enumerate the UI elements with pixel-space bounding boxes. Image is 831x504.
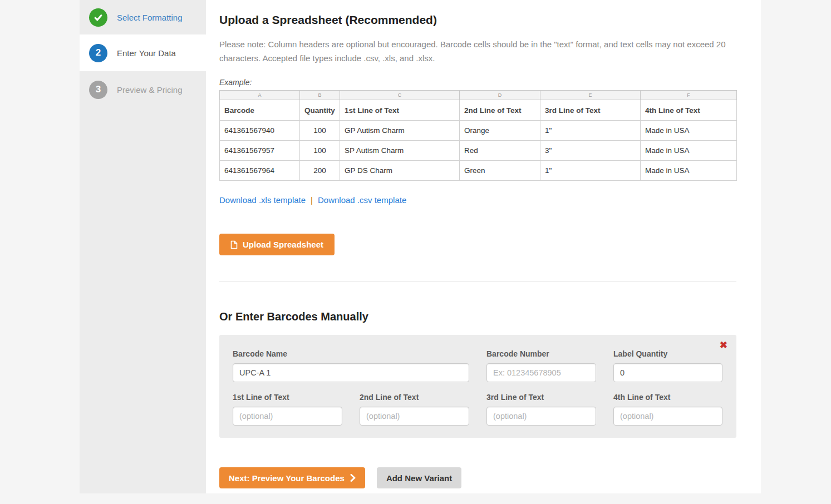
table-cell: GP Autism Charm	[340, 121, 460, 141]
label-quantity-label: Label Quantity	[613, 349, 722, 358]
column-letter-cell: C	[340, 91, 460, 100]
column-header-cell: 4th Line of Text	[641, 100, 737, 121]
sidebar-step-select-formatting[interactable]: Select Formatting	[80, 0, 206, 34]
upload-button-label: Upload Spreadsheet	[243, 240, 323, 249]
step-number-badge: 2	[89, 44, 107, 62]
main-content: Upload a Spreadsheet (Recommended) Pleas…	[206, 0, 761, 493]
section-divider	[219, 281, 736, 281]
column-header-cell: 1st Line of Text	[340, 100, 460, 121]
barcode-number-input[interactable]	[486, 363, 596, 382]
line2-input[interactable]	[360, 407, 469, 426]
example-spreadsheet-table: ABCDEFBarcodeQuantity1st Line of Text2nd…	[219, 90, 737, 181]
column-header-cell: 3rd Line of Text	[540, 100, 641, 121]
table-row: 641361567957100SP Autism CharmRed3"Made …	[220, 141, 737, 161]
upload-spreadsheet-button[interactable]: Upload Spreadsheet	[219, 234, 335, 255]
table-cell: 200	[300, 161, 340, 181]
barcode-name-input[interactable]	[233, 363, 469, 382]
table-cell: 641361567940	[220, 121, 300, 141]
line2-field-group: 2nd Line of Text	[360, 393, 469, 426]
line4-label: 4th Line of Text	[613, 393, 722, 402]
column-letter-cell: F	[641, 91, 737, 100]
wizard-panel: Select Formatting 2 Enter Your Data 3 Pr…	[80, 0, 760, 493]
table-letters-row: ABCDEF	[220, 91, 737, 100]
table-cell: 100	[300, 141, 340, 161]
step-label: Enter Your Data	[117, 48, 176, 58]
barcode-number-label: Barcode Number	[486, 349, 596, 358]
add-variant-label: Add New Variant	[386, 473, 452, 483]
table-cell: Made in USA	[641, 141, 737, 161]
table-cell: 100	[300, 121, 340, 141]
table-cell: 641361567957	[220, 141, 300, 161]
steps-sidebar: Select Formatting 2 Enter Your Data 3 Pr…	[80, 0, 206, 493]
sidebar-step-preview-pricing[interactable]: 3 Preview & Pricing	[80, 71, 206, 108]
column-letter-cell: A	[220, 91, 300, 100]
x-close-icon[interactable]: ✖	[720, 340, 727, 350]
table-cell: 641361567964	[220, 161, 300, 181]
upload-note-text: Please note: Column headers are optional…	[219, 37, 737, 65]
page-title: Upload a Spreadsheet (Recommended)	[219, 13, 737, 27]
check-icon	[89, 8, 107, 27]
table-cell: Orange	[460, 121, 540, 141]
table-cell: Made in USA	[641, 161, 737, 181]
line3-input[interactable]	[486, 407, 596, 426]
link-separator: |	[311, 195, 313, 205]
line3-field-group: 3rd Line of Text	[486, 393, 596, 426]
download-csv-link[interactable]: Download .csv template	[318, 195, 406, 205]
chevron-right-icon	[350, 474, 356, 482]
variant-form-panel: ✖ Barcode Name Barcode Number Label Quan…	[219, 335, 736, 438]
table-cell: 3"	[540, 141, 641, 161]
column-header-cell: Quantity	[300, 100, 340, 121]
table-cell: Green	[460, 161, 540, 181]
step-label: Preview & Pricing	[117, 85, 183, 95]
table-cell: Made in USA	[641, 121, 737, 141]
table-headers-row: BarcodeQuantity1st Line of Text2nd Line …	[220, 100, 737, 121]
add-new-variant-button[interactable]: Add New Variant	[377, 467, 461, 488]
example-label: Example:	[219, 78, 737, 87]
template-download-links: Download .xls template|Download .csv tem…	[219, 195, 737, 205]
download-xls-link[interactable]: Download .xls template	[219, 195, 306, 205]
line4-input[interactable]	[613, 407, 722, 426]
column-letter-cell: E	[540, 91, 641, 100]
column-letter-cell: D	[460, 91, 540, 100]
sidebar-step-enter-your-data[interactable]: 2 Enter Your Data	[80, 34, 206, 71]
column-letter-cell: B	[300, 91, 340, 100]
table-row: 641361567940100GP Autism CharmOrange1"Ma…	[220, 121, 737, 141]
table-cell: 1"	[540, 161, 641, 181]
label-quantity-field-group: Label Quantity	[613, 349, 722, 382]
next-preview-barcodes-button[interactable]: Next: Preview Your Barcodes	[219, 467, 365, 488]
table-cell: GP DS Charm	[340, 161, 460, 181]
line1-input[interactable]	[233, 407, 342, 426]
table-row: 641361567964200GP DS CharmGreen1"Made in…	[220, 161, 737, 181]
step-number-badge: 3	[89, 81, 107, 99]
line2-label: 2nd Line of Text	[360, 393, 469, 402]
column-header-cell: Barcode	[220, 100, 300, 121]
barcode-name-field-group: Barcode Name	[233, 349, 469, 382]
column-header-cell: 2nd Line of Text	[460, 100, 540, 121]
barcode-name-label: Barcode Name	[233, 349, 469, 358]
barcode-number-field-group: Barcode Number	[486, 349, 596, 382]
line1-field-group: 1st Line of Text	[233, 393, 342, 426]
actions-row: Next: Preview Your Barcodes Add New Vari…	[219, 467, 737, 488]
step-label: Select Formatting	[117, 13, 183, 22]
table-cell: 1"	[540, 121, 641, 141]
line1-label: 1st Line of Text	[233, 393, 342, 402]
line3-label: 3rd Line of Text	[486, 393, 596, 402]
next-button-label: Next: Preview Your Barcodes	[229, 473, 345, 483]
file-icon	[230, 240, 238, 249]
line4-field-group: 4th Line of Text	[613, 393, 722, 426]
table-cell: Red	[460, 141, 540, 161]
table-cell: SP Autism Charm	[340, 141, 460, 161]
label-quantity-input[interactable]	[613, 363, 722, 382]
manual-section-title: Or Enter Barcodes Manually	[219, 310, 737, 323]
